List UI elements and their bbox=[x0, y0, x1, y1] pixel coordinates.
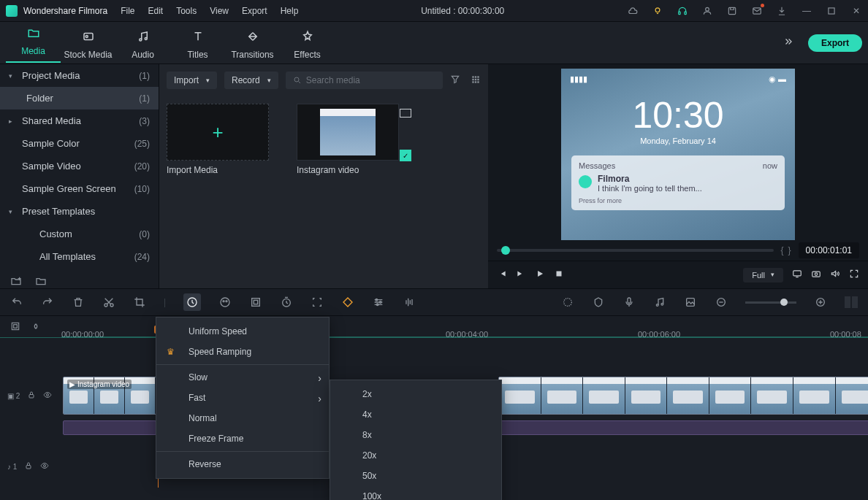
menu-20x[interactable]: 20x bbox=[330, 445, 501, 466]
zoom-slider[interactable] bbox=[745, 301, 796, 304]
menu-help[interactable]: Help bbox=[281, 6, 299, 16]
detect-icon[interactable] bbox=[311, 296, 324, 309]
audio-clip-2[interactable] bbox=[498, 420, 868, 435]
sidebar-item-sample-green-screen[interactable]: Sample Green Screen(10) bbox=[0, 177, 159, 200]
sidebar-item-sample-video[interactable]: Sample Video(20) bbox=[0, 155, 159, 177]
prev-frame-button[interactable] bbox=[497, 269, 507, 281]
tab-transitions[interactable]: Transitions bbox=[225, 26, 280, 60]
delete-icon[interactable] bbox=[72, 296, 85, 309]
color-icon[interactable] bbox=[218, 296, 232, 309]
display-icon[interactable] bbox=[792, 269, 802, 281]
menu-reverse[interactable]: Reverse bbox=[156, 454, 329, 474]
zoom-in-icon[interactable] bbox=[814, 296, 827, 309]
volume-icon[interactable] bbox=[830, 269, 840, 281]
menu-view[interactable]: View bbox=[210, 6, 229, 16]
mixer-icon[interactable] bbox=[653, 296, 666, 309]
zoom-fit-icon[interactable] bbox=[845, 296, 858, 308]
folder-icon[interactable] bbox=[35, 275, 47, 288]
sidebar-item-shared-media[interactable]: ▸Shared Media(3) bbox=[0, 109, 159, 132]
image-icon[interactable] bbox=[684, 296, 697, 309]
menu-uniform-speed[interactable]: Uniform Speed bbox=[156, 321, 329, 342]
tab-media[interactable]: Media bbox=[6, 23, 61, 63]
menu-file[interactable]: File bbox=[121, 6, 134, 16]
keyframe-icon[interactable] bbox=[341, 296, 354, 309]
maximize-icon[interactable] bbox=[826, 5, 837, 17]
menu-4x[interactable]: 4x bbox=[330, 404, 501, 425]
fullscreen-icon[interactable] bbox=[849, 269, 859, 281]
audio-clip-1[interactable] bbox=[63, 420, 156, 435]
timeline-ruler[interactable]: 00:00:00:00 00:00:02:00 00:00:04:00 00:0… bbox=[0, 316, 868, 338]
cut-icon[interactable] bbox=[102, 296, 115, 309]
cloud-icon[interactable] bbox=[627, 5, 639, 17]
download-icon[interactable] bbox=[776, 5, 788, 17]
tab-audio[interactable]: Audio bbox=[115, 26, 170, 60]
user-icon[interactable] bbox=[701, 5, 713, 17]
headphones-icon[interactable] bbox=[677, 5, 688, 17]
menu-8x[interactable]: 8x bbox=[330, 425, 501, 445]
redo-icon[interactable] bbox=[41, 296, 54, 309]
adjust-icon[interactable] bbox=[372, 296, 385, 309]
menu-2x[interactable]: 2x bbox=[330, 384, 501, 404]
sidebar-item-folder[interactable]: Folder(1) bbox=[0, 87, 159, 109]
sidebar-item-all-templates[interactable]: All Templates(24) bbox=[0, 245, 159, 268]
tabs-more-icon[interactable] bbox=[782, 36, 795, 49]
import-dropdown[interactable]: Import▾ bbox=[167, 72, 217, 89]
video-clip-1[interactable]: ▶Instagram video bbox=[63, 377, 156, 415]
sidebar-item-preset-templates[interactable]: ▾Preset Templates bbox=[0, 200, 159, 223]
sidebar-item-sample-color[interactable]: Sample Color(25) bbox=[0, 132, 159, 155]
ruler-icon-1[interactable] bbox=[10, 321, 20, 333]
menu-50x[interactable]: 50x bbox=[330, 466, 501, 486]
voiceover-icon[interactable] bbox=[623, 296, 636, 309]
speed-icon[interactable] bbox=[183, 293, 201, 311]
eye-icon[interactable] bbox=[43, 391, 52, 401]
play-button[interactable] bbox=[535, 269, 545, 281]
add-folder-icon[interactable] bbox=[10, 275, 22, 288]
media-item-instagram-video[interactable]: ✓ Instagram video bbox=[297, 104, 399, 175]
video-clip-2[interactable] bbox=[498, 377, 868, 415]
menu-edit[interactable]: Edit bbox=[148, 6, 164, 16]
green-screen-icon[interactable] bbox=[249, 296, 262, 309]
snapshot-icon[interactable] bbox=[811, 269, 821, 281]
menu-slow[interactable]: Slow bbox=[156, 367, 329, 388]
sidebar-item-project-media[interactable]: ▾Project Media(1) bbox=[0, 64, 159, 87]
next-frame-button[interactable] bbox=[516, 269, 526, 281]
scrub-thumb[interactable] bbox=[501, 246, 510, 255]
marker-icon[interactable] bbox=[592, 296, 605, 309]
menu-speed-ramping[interactable]: ♛Speed Ramping bbox=[156, 342, 329, 362]
tab-titles[interactable]: Titles bbox=[170, 26, 225, 60]
export-button[interactable]: Export bbox=[808, 34, 862, 52]
menu-normal[interactable]: Normal bbox=[156, 408, 329, 428]
preview-scrubber[interactable]: {} 00:00:01:01 bbox=[488, 240, 868, 261]
zoom-out-icon[interactable] bbox=[715, 296, 728, 309]
quality-dropdown[interactable]: Full▾ bbox=[743, 268, 783, 282]
render-icon[interactable] bbox=[561, 296, 574, 309]
menu-tools[interactable]: Tools bbox=[176, 6, 197, 16]
audio-adjust-icon[interactable] bbox=[403, 296, 416, 309]
undo-icon[interactable] bbox=[10, 296, 23, 309]
save-icon[interactable] bbox=[726, 5, 738, 17]
lightbulb-icon[interactable] bbox=[652, 5, 663, 17]
duration-icon[interactable] bbox=[280, 296, 293, 309]
close-icon[interactable]: ✕ bbox=[850, 5, 862, 17]
media-import-placeholder[interactable]: + Import Media bbox=[167, 104, 269, 175]
eye-icon[interactable] bbox=[40, 461, 49, 472]
crop-icon[interactable] bbox=[133, 296, 146, 309]
lock-icon[interactable] bbox=[27, 391, 36, 401]
record-dropdown[interactable]: Record▾ bbox=[224, 72, 278, 89]
search-input[interactable]: Search media bbox=[286, 72, 443, 89]
grid-icon[interactable] bbox=[471, 74, 481, 87]
brace-in-icon[interactable]: { bbox=[781, 245, 784, 255]
brace-out-icon[interactable]: } bbox=[788, 245, 791, 255]
tab-effects[interactable]: Effects bbox=[280, 26, 335, 60]
ruler-icon-2[interactable] bbox=[31, 321, 41, 333]
menu-export[interactable]: Export bbox=[242, 6, 267, 16]
stop-button[interactable] bbox=[554, 269, 564, 281]
mail-icon[interactable] bbox=[751, 5, 763, 17]
filter-icon[interactable] bbox=[450, 74, 460, 87]
minimize-icon[interactable]: — bbox=[801, 5, 812, 17]
menu-freeze-frame[interactable]: Freeze Frame bbox=[156, 428, 329, 449]
sidebar-item-custom[interactable]: Custom(0) bbox=[0, 223, 159, 245]
menu-100x[interactable]: 100x bbox=[330, 486, 501, 500]
menu-fast[interactable]: Fast bbox=[156, 388, 329, 408]
tab-stock-media[interactable]: Stock Media bbox=[61, 26, 115, 60]
